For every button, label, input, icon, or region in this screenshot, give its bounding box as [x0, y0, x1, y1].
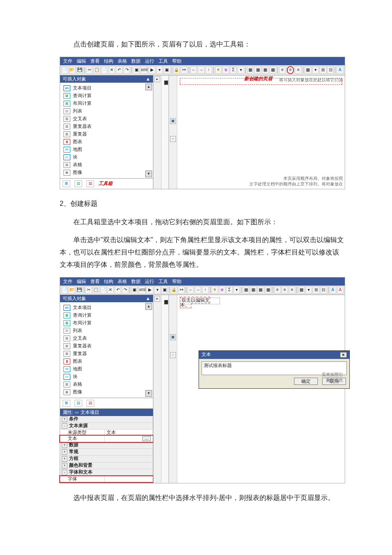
header-icon[interactable]: ▦ — [243, 286, 249, 294]
paste-icon[interactable]: 📄 — [100, 286, 107, 294]
tab-toolbox-icon[interactable]: ⊞ — [63, 400, 70, 407]
tab-data-icon[interactable]: ▤ — [75, 400, 82, 407]
tab-layout-icon[interactable]: ▤ — [86, 400, 94, 407]
sidepanel-toggle-icon[interactable]: ▸ — [154, 296, 160, 302]
prop-row[interactable]: +常规 — [60, 449, 153, 456]
expand-icon[interactable]: + — [62, 449, 67, 455]
insertable-列表[interactable]: ▤列表 — [60, 107, 153, 115]
expand-icon[interactable]: + — [62, 456, 67, 462]
menu-编辑[interactable]: 编辑 — [75, 279, 87, 284]
menu-结构[interactable]: 结构 — [103, 58, 115, 64]
prop-row[interactable]: -文本来源 — [60, 423, 153, 430]
menu-帮助[interactable]: 帮助 — [171, 279, 183, 284]
page-explorer-label[interactable]: 页面资源管理器 — [161, 75, 169, 189]
scroll-up-icon[interactable]: ▲ — [145, 84, 152, 90]
sort-icon[interactable]: ※ — [222, 66, 229, 74]
insertable-布局计算[interactable]: ▦布局计算 — [60, 319, 153, 327]
insertable-查询计算[interactable]: ▦查询计算 — [60, 312, 153, 319]
cut-icon[interactable]: ✂ — [86, 66, 93, 74]
prop-row[interactable]: +条件 — [60, 416, 153, 423]
font-color-icon[interactable]: A — [337, 286, 343, 294]
menu-帮助[interactable]: 帮助 — [171, 58, 183, 64]
footer-icon2[interactable]: ▦ — [265, 286, 271, 294]
xml-icon[interactable]: xml — [141, 66, 148, 74]
insertable-重复器[interactable]: ▦重复器 — [60, 350, 153, 358]
prop-value[interactable] — [105, 476, 153, 482]
report-canvas-2[interactable]: 双击以编辑文本。 文本 × 测试报表标题 确定 取消 — [177, 295, 345, 483]
cut-icon[interactable]: ✂ — [85, 286, 92, 294]
tab-toolbox-icon[interactable]: ⊞ — [63, 180, 70, 187]
new-file-icon[interactable]: 📄 — [61, 66, 68, 74]
prop-row[interactable]: -字体和文本 — [60, 469, 153, 476]
up-icon[interactable]: ↑ — [205, 66, 212, 74]
menu-表格[interactable]: 表格 — [116, 58, 128, 64]
insertable-交叉表[interactable]: ▦交叉表 — [60, 335, 153, 342]
prop-row[interactable]: 来源类型文本 — [60, 430, 153, 436]
page-explorer-label-2[interactable]: 页面资源管理器 — [161, 295, 169, 483]
menu-结构[interactable]: 结构 — [103, 279, 115, 284]
cell-merge-icon[interactable]: ⊞ — [320, 66, 326, 74]
insertable-图表[interactable]: ▮图表 — [60, 138, 153, 146]
tool-1-icon[interactable]: ▦ — [170, 334, 176, 340]
filter-icon[interactable]: ▼ — [211, 286, 218, 294]
insertable-表格[interactable]: ▦表格 — [60, 381, 153, 388]
scroll-up-icon[interactable]: ▲ — [146, 77, 150, 81]
copy-icon[interactable]: 📋 — [93, 66, 100, 74]
tab-layout-icon[interactable]: ▤ — [86, 180, 94, 187]
insertable-块[interactable]: ▭块 — [60, 153, 153, 161]
menu-文件[interactable]: 文件 — [62, 58, 74, 64]
insertable-重复器表[interactable]: ▦重复器表 — [60, 123, 153, 130]
scroll-up-icon[interactable]: ▲ — [146, 296, 150, 301]
expand-icon[interactable]: + — [62, 442, 67, 448]
insertable-块[interactable]: ▭块 — [60, 373, 153, 381]
run-icon[interactable]: ▶ — [149, 66, 156, 74]
insertable-图表[interactable]: ▮图表 — [60, 358, 153, 365]
undo-icon[interactable]: ↶ — [115, 286, 121, 294]
fwd-icon[interactable]: → — [195, 286, 201, 294]
table-icon[interactable]: ▦ — [298, 286, 305, 294]
back-icon[interactable]: ← — [190, 66, 197, 74]
cell-split-icon[interactable]: ⊟ — [327, 66, 334, 74]
back-icon[interactable]: ← — [187, 286, 194, 294]
sum-icon[interactable]: Σ — [230, 66, 237, 74]
validate-icon[interactable]: ▣ — [131, 286, 138, 294]
insertable-地图[interactable]: M地图 — [60, 365, 153, 373]
menu-运行[interactable]: 运行 — [144, 58, 156, 64]
insertable-重复器表[interactable]: ▦重复器表 — [60, 342, 153, 350]
footer-create-icon[interactable]: ≡ — [289, 286, 295, 294]
insertable-表格[interactable]: ▦表格 — [60, 161, 153, 169]
body-icon[interactable]: ▦ — [254, 66, 261, 74]
insertable-重复器[interactable]: ▦重复器 — [60, 130, 153, 138]
open-icon[interactable]: 📂 — [69, 66, 76, 74]
header-create-icon[interactable]: ≡ — [274, 286, 281, 294]
scroll-down-icon[interactable]: ▼ — [145, 171, 152, 177]
menu-工具[interactable]: 工具 — [157, 279, 169, 284]
font-icon[interactable]: A — [330, 286, 336, 294]
sidepanel-toggle-icon[interactable]: ▸ — [154, 76, 160, 82]
menu-工具[interactable]: 工具 — [157, 58, 169, 64]
delete-icon[interactable]: ✕ — [109, 66, 115, 74]
insertable-文本项目[interactable]: ab文本项目 — [60, 84, 153, 92]
menu-查看[interactable]: 查看 — [89, 58, 101, 64]
expand-icon[interactable]: - — [62, 470, 67, 475]
page-icon[interactable]: ▣ — [161, 286, 168, 294]
redo-icon[interactable]: ↷ — [124, 66, 130, 74]
up-icon[interactable]: ↑ — [202, 286, 208, 294]
report-canvas[interactable]: 新创建的页眉 将可插入对象放在此处以将它们添 本页采用顺序布局。对象将按照 文字… — [177, 75, 345, 189]
menu-数据[interactable]: 数据 — [130, 58, 142, 64]
tool-1-icon[interactable]: ▦ — [170, 118, 176, 124]
run-icon[interactable]: ▶ — [147, 286, 153, 294]
copy-icon[interactable]: 📋 — [93, 286, 99, 294]
header-create-icon[interactable]: ≡ — [279, 66, 286, 74]
header-create-icon-2[interactable]: ≡ — [287, 66, 294, 74]
prop-value[interactable]: 文本 — [105, 430, 153, 435]
tab-drop[interactable]: ▾ — [312, 66, 319, 74]
menu-表格[interactable]: 表格 — [116, 279, 128, 284]
menu-数据[interactable]: 数据 — [130, 279, 142, 284]
sort-icon[interactable]: ※ — [219, 286, 225, 294]
insertable-图像[interactable]: ▣图像 — [60, 169, 153, 176]
prop-row[interactable]: 字体 — [60, 476, 153, 482]
prop-row[interactable]: 文本… — [60, 436, 153, 442]
header-icon[interactable]: ▦ — [247, 66, 254, 74]
fwd-icon[interactable]: → — [198, 66, 205, 74]
